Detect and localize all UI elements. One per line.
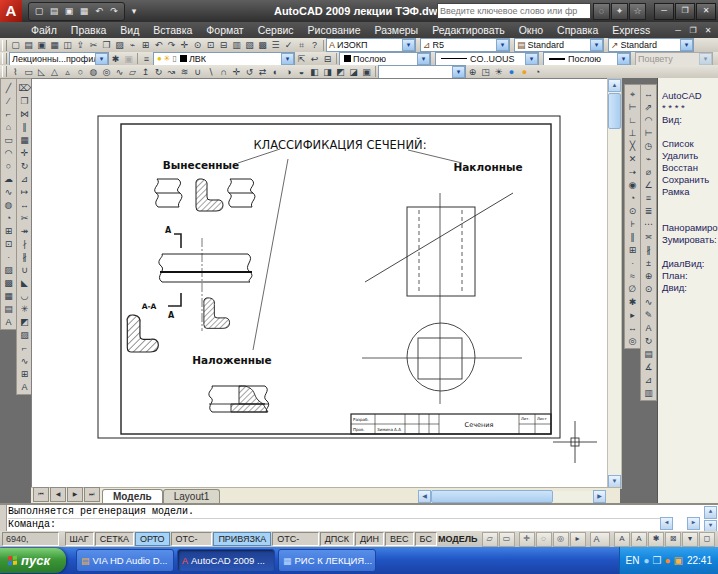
osnap-tool-snap-endpoint[interactable]: ∟ — [626, 114, 639, 127]
vertical-scrollbar[interactable]: ▲ ▼ — [607, 78, 622, 489]
osnap-tool-snap-center[interactable]: ◉ — [626, 179, 639, 192]
annotation-scale[interactable]: А 1:1 ▾ — [590, 532, 611, 547]
osnap-tool-snap-extension[interactable]: ⇢ — [626, 166, 639, 179]
modify-tool-edit-polyline[interactable]: ⌐ — [18, 342, 31, 355]
tool-subtract[interactable]: ∖ — [204, 66, 217, 78]
screen-menu-item[interactable] — [658, 246, 718, 258]
draw-tool-point[interactable]: ∙ — [2, 251, 15, 264]
dim-tool-dim-jogged-linear[interactable]: ∿ — [642, 296, 655, 309]
draw-tool-region[interactable]: ▦ — [2, 290, 15, 303]
render-preset-combo[interactable]: ▾ — [378, 65, 466, 79]
tool-zoom-previous[interactable]: ⊟ — [217, 39, 230, 51]
cmd-scroll-up-icon[interactable]: ▲ — [704, 506, 717, 519]
chevron-down-icon[interactable]: ▾ — [402, 39, 415, 51]
screen-menu-item[interactable]: План: — [658, 270, 718, 282]
tray-scheduler[interactable]: ▣ — [674, 555, 683, 566]
status-tool-workspace-switching[interactable]: ✱ — [648, 532, 664, 547]
menu[interactable]: Вставка — [146, 22, 199, 38]
status-tool-steering-wheel[interactable]: ◎ — [553, 532, 569, 547]
tool-orbit-free[interactable]: ◑ — [282, 66, 295, 78]
chevron-down-icon[interactable]: ▾ — [680, 39, 693, 51]
modify-tool-fillet[interactable]: ◡ — [18, 290, 31, 303]
horizontal-scrollbar[interactable]: ◀ ▶ — [418, 490, 606, 503]
qat-icon-qnew[interactable]: ▢ — [32, 4, 46, 18]
autocad-logo-icon[interactable]: A — [0, 0, 22, 22]
chevron-down-icon[interactable]: ▾ — [281, 53, 294, 65]
status-tool-tray-settings[interactable]: ▾ — [682, 532, 698, 547]
cmd-scroll-right-icon[interactable]: ▶ — [687, 517, 700, 530]
tool-lights[interactable]: ☀ — [492, 66, 505, 78]
dim-tool-dim-ordinate[interactable]: ⊢ — [642, 127, 655, 140]
qat-icon-redo[interactable]: ↷ — [107, 4, 121, 18]
tool-open[interactable]: ▤ — [22, 39, 35, 51]
tool-zoom-window[interactable]: ⊡ — [204, 39, 217, 51]
command-line-window[interactable]: Выполняется регенерация модели. Команда:… — [0, 503, 718, 531]
screen-menu-item[interactable]: Список — [658, 138, 718, 150]
draw-tool-line[interactable]: ╱ — [2, 82, 15, 95]
tray-volume[interactable]: ● — [643, 555, 649, 566]
tray-updates[interactable]: ● — [664, 555, 670, 566]
toggle-ortho[interactable]: ОРТО — [135, 532, 170, 546]
modify-tool-scale[interactable]: ⊿ — [18, 173, 31, 186]
tool-torus[interactable]: ◎ — [100, 66, 113, 78]
toggle-lwt[interactable]: ВЕС — [385, 532, 414, 546]
osnap-tool-snap-from[interactable]: ⊢ — [626, 101, 639, 114]
dim-tool-dim-arc-length[interactable]: ◠ — [642, 114, 655, 127]
mleader-style-combo[interactable]: ↗ Standard ▾ — [608, 38, 694, 52]
dim-tool-tolerance[interactable]: ± — [642, 257, 655, 270]
modify-tool-edit-spline[interactable]: ∿ — [18, 355, 31, 368]
tab-nav-next[interactable]: ▶ — [67, 487, 83, 502]
tool-pyramid[interactable]: △ — [48, 66, 61, 78]
dim-tool-dim-linear[interactable]: ↔ — [642, 88, 655, 101]
screen-menu-item[interactable] — [658, 126, 718, 138]
tool-3d-align[interactable]: ⇄ — [256, 66, 269, 78]
clock[interactable]: 22:41 — [687, 555, 712, 566]
screen-menu-item[interactable] — [658, 210, 718, 222]
tool-wedge[interactable]: ◺ — [35, 66, 48, 78]
modify-tool-explode[interactable]: ✳ — [18, 303, 31, 316]
modify-tool-trim[interactable]: ✂ — [18, 212, 31, 225]
layer-tool-layer-previous[interactable]: ↩ — [308, 53, 321, 65]
tool-materials[interactable]: ● — [505, 66, 518, 78]
menu[interactable]: Правка — [64, 22, 113, 38]
status-tool-quick-view-layouts[interactable]: ▱ — [482, 532, 498, 547]
scrollbar-thumb[interactable] — [431, 490, 553, 503]
dim-tool-dim-spacing[interactable]: ≍ — [642, 231, 655, 244]
scroll-left-icon[interactable]: ◀ — [418, 490, 431, 503]
dim-tool-dim-jogged[interactable]: ⌁ — [642, 153, 655, 166]
qat-icon-open[interactable]: ▤ — [47, 4, 61, 18]
modify-tool-edit-text[interactable]: A — [18, 381, 31, 394]
qat-caret-icon[interactable]: ▾ — [127, 4, 141, 18]
modify-tool-mirror[interactable]: ⋈ — [18, 108, 31, 121]
tool-new[interactable]: ▢ — [9, 39, 22, 51]
infocenter-btn-communication-center[interactable]: ✦ — [611, 3, 628, 20]
model-space-label[interactable]: МОДЕЛЬ — [438, 534, 478, 544]
screen-menu-item[interactable]: Панорамирова — [658, 222, 718, 234]
tool-visual-conceptual[interactable]: ▣ — [360, 66, 373, 78]
dim-tool-dim-continue[interactable]: ⋯ — [642, 218, 655, 231]
dim-tool-dim-baseline[interactable]: ≣ — [642, 205, 655, 218]
tool-union[interactable]: ∪ — [191, 66, 204, 78]
dim-tool-dim-slope[interactable]: ⊿ — [642, 374, 655, 387]
status-tool-show-motion[interactable]: ▸ — [570, 532, 586, 547]
osnap-tool-snap-insertion[interactable]: ⊞ — [626, 244, 639, 257]
tab-nav-prev[interactable]: ◀ — [50, 487, 66, 502]
window-btn-restore[interactable]: ❐ — [675, 3, 695, 20]
lineweight-combo[interactable]: Послою ▾ — [543, 52, 631, 66]
cmd-scroll-left-icon[interactable]: ◀ — [660, 517, 673, 530]
tool-advanced-render-settings[interactable]: ◔ — [531, 66, 544, 78]
tray-display[interactable]: ❐ — [653, 555, 662, 566]
modify-tool-chamfer[interactable]: ◣ — [18, 277, 31, 290]
tool-cylinder[interactable]: ◍ — [87, 66, 100, 78]
toggle-grid[interactable]: СЕТКА — [95, 532, 134, 546]
modify-tool-edit-hatch[interactable]: ▨ — [18, 329, 31, 342]
linetype-combo[interactable]: CO..UOUS ▾ — [435, 52, 539, 66]
tool-undo[interactable]: ↶ — [152, 39, 165, 51]
status-tool-pan[interactable]: ✛ — [519, 532, 535, 547]
osnap-tool-snap-quadrant[interactable]: ◔ — [626, 192, 639, 205]
screen-menu-item[interactable]: Восстан — [658, 162, 718, 174]
tool-visual-hidden[interactable]: ◩ — [334, 66, 347, 78]
draw-tool-gradient[interactable]: ▩ — [2, 277, 15, 290]
draw-tool-rectangle[interactable]: ▭ — [2, 134, 15, 147]
tool-designcenter[interactable]: ▧ — [243, 39, 256, 51]
